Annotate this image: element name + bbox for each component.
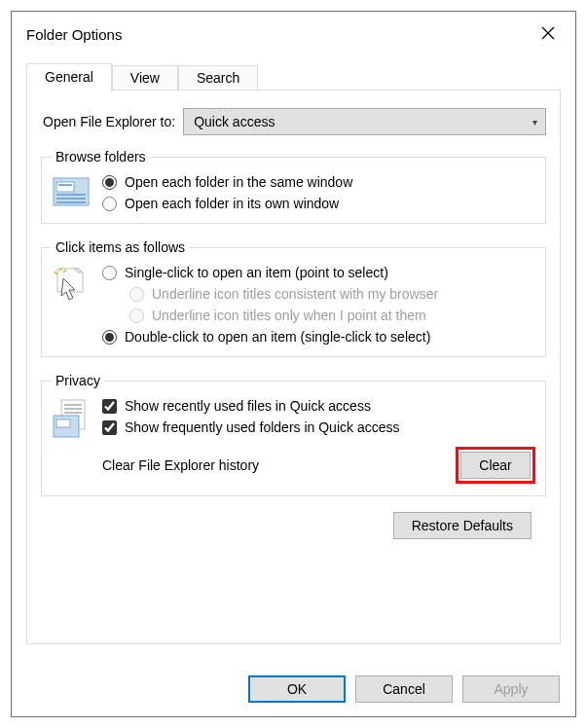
check-frequent-folders[interactable]: Show frequently used folders in Quick ac… xyxy=(102,419,535,435)
ok-button[interactable]: OK xyxy=(248,675,346,703)
radio-single-click-input[interactable] xyxy=(102,266,117,280)
open-explorer-dropdown[interactable]: Quick access ▾ xyxy=(183,108,546,135)
radio-underline-browser-label: Underline icon titles consistent with my… xyxy=(152,286,438,302)
privacy-group: Privacy Show recently used fil xyxy=(41,373,546,496)
apply-button[interactable]: Apply xyxy=(462,675,560,703)
open-explorer-row: Open File Explorer to: Quick access ▾ xyxy=(43,108,546,135)
clear-button-highlight: Clear xyxy=(456,447,535,484)
clear-history-row: Clear File Explorer history Clear xyxy=(102,447,535,484)
svg-rect-7 xyxy=(56,201,86,203)
chevron-down-icon: ▾ xyxy=(532,117,537,127)
svg-rect-13 xyxy=(64,412,82,414)
browse-folders-legend: Browse folders xyxy=(52,149,150,164)
tab-view[interactable]: View xyxy=(112,65,178,92)
svg-rect-4 xyxy=(58,184,72,186)
radio-underline-browser-input xyxy=(129,287,144,302)
check-recent-files-input[interactable] xyxy=(102,399,117,414)
click-items-icon xyxy=(52,265,91,307)
radio-double-click-input[interactable] xyxy=(102,330,117,345)
radio-single-click-label: Single-click to open an item (point to s… xyxy=(125,265,388,280)
svg-rect-15 xyxy=(56,419,70,427)
svg-rect-6 xyxy=(56,198,86,200)
tab-search[interactable]: Search xyxy=(178,65,258,92)
browse-folders-group: Browse folders Open each folde xyxy=(41,149,546,224)
radio-own-window-input[interactable] xyxy=(102,197,117,211)
radio-underline-point: Underline icon titles only when I point … xyxy=(129,308,535,323)
tab-strip: General View Search xyxy=(26,62,561,90)
privacy-icon xyxy=(52,398,91,444)
radio-own-window[interactable]: Open each folder in its own window xyxy=(102,196,535,211)
svg-rect-3 xyxy=(56,182,74,192)
radio-underline-browser: Underline icon titles consistent with my… xyxy=(129,286,535,302)
restore-defaults-row: Restore Defaults xyxy=(55,512,532,539)
check-frequent-folders-input[interactable] xyxy=(102,420,117,435)
radio-double-click-label: Double-click to open an item (single-cli… xyxy=(125,329,430,345)
click-items-group: Click items as follows Single-click to o… xyxy=(41,239,546,357)
close-button[interactable] xyxy=(535,21,561,47)
tab-panel-general: Open File Explorer to: Quick access ▾ Br… xyxy=(26,90,561,644)
restore-defaults-button[interactable]: Restore Defaults xyxy=(393,512,532,539)
click-items-legend: Click items as follows xyxy=(52,239,189,255)
close-icon xyxy=(541,26,555,43)
radio-same-window-input[interactable] xyxy=(102,175,117,190)
privacy-legend: Privacy xyxy=(52,373,104,388)
svg-rect-12 xyxy=(64,408,82,410)
cancel-button[interactable]: Cancel xyxy=(355,675,453,703)
dialog-buttons: OK Cancel Apply xyxy=(12,675,575,703)
browse-folders-icon xyxy=(52,174,91,210)
window-title: Folder Options xyxy=(26,26,122,43)
radio-double-click[interactable]: Double-click to open an item (single-cli… xyxy=(102,329,535,345)
clear-history-label: Clear File Explorer history xyxy=(102,457,259,473)
radio-single-click[interactable]: Single-click to open an item (point to s… xyxy=(102,265,535,280)
check-frequent-folders-label: Show frequently used folders in Quick ac… xyxy=(125,419,399,435)
open-explorer-value: Quick access xyxy=(194,114,275,129)
svg-rect-11 xyxy=(64,404,82,406)
clear-button[interactable]: Clear xyxy=(460,452,531,479)
svg-rect-5 xyxy=(56,194,86,196)
radio-own-window-label: Open each folder in its own window xyxy=(125,196,339,211)
open-explorer-label: Open File Explorer to: xyxy=(43,114,175,129)
radio-underline-point-label: Underline icon titles only when I point … xyxy=(152,308,426,323)
radio-same-window[interactable]: Open each folder in the same window xyxy=(102,174,535,190)
folder-options-dialog: Folder Options General View Search Open … xyxy=(11,11,576,717)
radio-underline-point-input xyxy=(129,309,144,323)
check-recent-files[interactable]: Show recently used files in Quick access xyxy=(102,398,535,414)
check-recent-files-label: Show recently used files in Quick access xyxy=(125,398,371,414)
tab-general[interactable]: General xyxy=(26,63,112,91)
title-bar: Folder Options xyxy=(12,12,575,56)
radio-same-window-label: Open each folder in the same window xyxy=(125,174,352,190)
